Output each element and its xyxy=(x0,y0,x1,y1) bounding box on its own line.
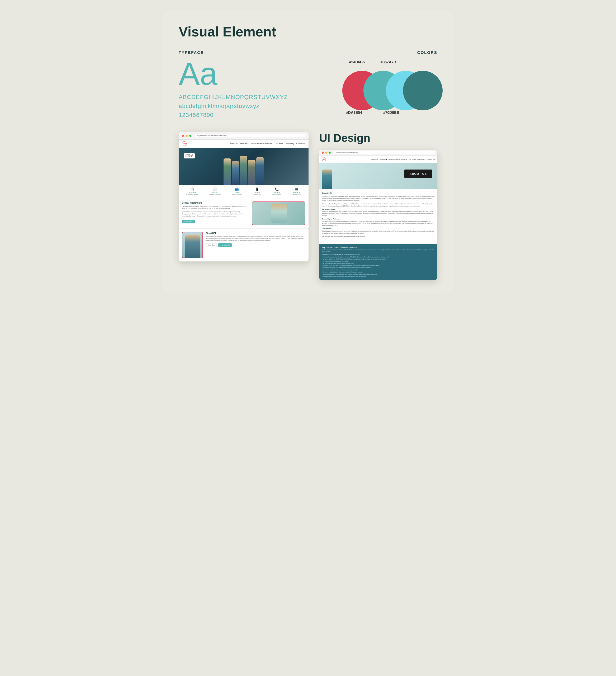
nav-contact[interactable]: Contact Us xyxy=(296,143,306,145)
r-dot-green xyxy=(328,152,331,154)
r-nav-global[interactable]: Global Research Solutions xyxy=(388,158,407,160)
stat-num-5: 300K+ xyxy=(272,191,281,194)
alphabet-lowercase: abcdefghijklmnopqrstuvwxyz xyxy=(179,103,303,110)
site-logo-left: +HPI xyxy=(182,141,187,146)
browser-address-left: rhpihealthcarepanelofindia.com xyxy=(195,134,305,137)
unique-model-title: Our Unique Model xyxy=(322,208,435,210)
about-hpi-text-col: About HPI Healthcare Panels of India is … xyxy=(205,232,305,258)
first-aid-sign: FIRST AIDSTATION xyxy=(184,153,195,158)
typeface-sample-aa: Aa xyxy=(179,58,303,90)
hex-label-dark-teal: #367A7B xyxy=(381,60,396,64)
browser-dot-green xyxy=(189,135,191,137)
stat-qualitative: 📊 800+ Qualitative Projects xyxy=(209,187,221,195)
feature-item-3: • Our prices are the most competitive in… xyxy=(322,260,435,263)
colors-label: COLORS xyxy=(313,50,437,55)
about-hpi-second-para: With over a decade of experience providi… xyxy=(322,203,435,207)
nav-community[interactable]: Community xyxy=(285,143,294,145)
stat-icon-2: 📊 xyxy=(209,187,221,191)
unique-model-text: We ensure unparalleled accuracy, reliabi… xyxy=(322,211,435,217)
stat-num-6: 800K+ xyxy=(292,191,301,194)
stat-label-3: Happy Customers xyxy=(232,194,242,195)
stat-quantitative: 📋 1,100+ Quantitative Projects xyxy=(186,187,198,195)
global-text-2: The healthcare sector is evolving in res… xyxy=(182,211,249,217)
person-2 xyxy=(232,161,239,185)
browser-bar-right: rhpihealthcarepanelofindia.com xyxy=(319,150,437,156)
feature-item-9: • To ensure our panellists' authenticity… xyxy=(322,273,435,275)
feature-item-8: • We have a robust database of patients … xyxy=(322,271,435,273)
about-know-more-btn[interactable]: Know More xyxy=(205,243,217,247)
site-nav-left: +HPI About Us Services ▾ Global Research… xyxy=(179,140,309,148)
about-hpi-intro: Healthcare Panels of India is a leading … xyxy=(322,195,435,202)
nav-links-left: About Us Services ▾ Global Research Solu… xyxy=(230,143,305,145)
doctor-figure xyxy=(271,204,287,223)
digital-platform-text: The healthcare industry is experiencing … xyxy=(322,220,435,227)
r-nav-community[interactable]: Community xyxy=(417,158,425,160)
nav-links-right: About Us Services ▾ Global Research Solu… xyxy=(371,158,435,160)
site-logo-right: +HPI xyxy=(322,157,326,161)
stat-num-1: 1,100+ xyxy=(186,191,198,194)
stat-icon-6: 💻 xyxy=(292,187,301,191)
hero-doctor-body xyxy=(322,170,332,189)
colors-section: COLORS #54B6B5 #367A7B #DA3E54 #70D9EB xyxy=(313,50,437,115)
about-hpi-image xyxy=(182,232,203,258)
key-features-list: • One of the largest global panels with … xyxy=(322,256,435,278)
alphabet-numbers: 1234567890 xyxy=(179,112,303,119)
about-us-badge: ABOUT US xyxy=(404,170,432,178)
r-nav-contact[interactable]: Contact Us xyxy=(427,158,435,160)
typeface-section: TYPEFACE Aa ABCDEFGHIJKLMNOPQRSTUVWXYZ a… xyxy=(179,50,303,119)
stat-num-4: 800+ xyxy=(253,191,261,194)
r-nav-services[interactable]: Services ▾ xyxy=(379,158,387,160)
stat-icon-5: 📞 xyxy=(272,187,281,191)
stat-phone: 📞 300K+ Phone Surveys xyxy=(272,187,281,195)
browser-bar-left: rhpihealthcarepanelofindia.com xyxy=(179,132,309,140)
expert-panel-title: Expert Panel xyxy=(322,228,435,229)
right-address-bar: rhpihealthcarepanelofindia.com xyxy=(334,151,435,154)
digital-platform-title: Secure Digital Platform xyxy=(322,218,435,220)
expert-panel-text: Our global panel consists of patients, c… xyxy=(322,230,435,234)
nav-global[interactable]: Global Research Solutions xyxy=(251,143,272,145)
feature-item-1: • One of the largest global panels with … xyxy=(322,256,435,258)
stat-icon-4: 📱 xyxy=(253,187,261,191)
right-hero: ABOUT US xyxy=(319,163,437,189)
hero-doctor-figure xyxy=(322,170,332,189)
hex-label-light-blue: #70D9EB xyxy=(383,110,399,115)
join-text: Join us to gain from our services provid… xyxy=(322,235,435,238)
feature-item-5: • Panellists can only participate in sur… xyxy=(322,265,435,267)
about-hpi-heading: About HPI xyxy=(205,232,305,234)
doctor-image-placeholder xyxy=(252,202,306,225)
r-nav-about[interactable]: About Us xyxy=(371,158,378,160)
nav-services[interactable]: Services ▾ xyxy=(240,143,249,145)
right-section: UI Design rhpihealthcarepanelofindia.com… xyxy=(319,132,437,280)
key-features-title: Key Features of HPI Panel and Services xyxy=(322,246,435,248)
key-features-subtitle: Healthcare Panels of India maintains hig… xyxy=(322,249,435,252)
global-healthcare-section: Global Healthcare The global healthcare … xyxy=(179,198,309,228)
hero-image-left: FIRST AIDSTATION xyxy=(179,148,309,185)
page-title: Visual Element xyxy=(179,24,437,40)
about-hpi-btn[interactable]: ⚙ All About HPI xyxy=(218,243,232,247)
hex-label-red: #DA3E54 xyxy=(346,110,362,115)
r-dot-yellow xyxy=(325,152,327,154)
about-hpi-title-right: About HPI xyxy=(322,192,435,194)
key-features-box: Key Features of HPI Panel and Services H… xyxy=(319,244,437,280)
about-person-figure xyxy=(185,235,200,258)
stat-online: 💻 800K+ Online Surveys xyxy=(292,187,301,195)
stats-row: 📋 1,100+ Quantitative Projects 📊 800+ Qu… xyxy=(179,185,309,198)
browser-dot-yellow xyxy=(186,135,188,137)
know-more-button[interactable]: Know More xyxy=(182,220,195,223)
nav-team[interactable]: Our Team xyxy=(275,143,283,145)
alphabet-uppercase: ABCDEFGHIJKLMNOPQRSTUVWXYZ xyxy=(179,94,303,101)
nav-about[interactable]: About Us xyxy=(230,143,238,145)
screenshots-section: rhpihealthcarepanelofindia.com +HPI Abou… xyxy=(179,132,437,280)
person-3 xyxy=(240,156,247,185)
about-hpi-section-left: About HPI Healthcare Panels of India is … xyxy=(179,228,309,262)
key-features-discover: Discover the unique features that set HP… xyxy=(322,253,435,255)
typeface-label: TYPEFACE xyxy=(179,50,303,55)
about-hpi-content-right: About HPI Healthcare Panels of India is … xyxy=(319,189,437,242)
stat-diaries: 📱 800+ Online Diaries xyxy=(253,187,261,195)
ui-design-title: UI Design xyxy=(319,132,437,145)
right-browser-mockup: rhpihealthcarepanelofindia.com +HPI Abou… xyxy=(319,150,437,280)
feature-item-4: • We offer an authentic and definitive c… xyxy=(322,263,435,265)
hex-label-teal: #54B6B5 xyxy=(349,60,365,64)
global-text-col: Global Healthcare The global healthcare … xyxy=(182,202,249,225)
r-nav-team[interactable]: Our Team xyxy=(409,158,416,160)
